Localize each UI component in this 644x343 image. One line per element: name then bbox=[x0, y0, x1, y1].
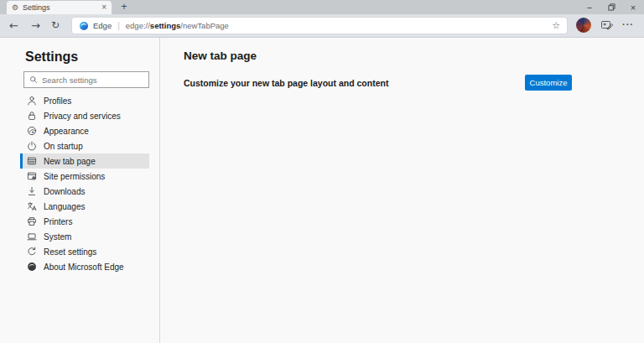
tab-close-icon[interactable]: × bbox=[101, 3, 106, 12]
sidebar-item-site-permissions[interactable]: Site permissions bbox=[20, 169, 149, 184]
search-settings-input[interactable] bbox=[42, 75, 143, 85]
restore-icon bbox=[608, 3, 615, 11]
customize-button[interactable]: Customize bbox=[525, 75, 572, 91]
settings-main-panel: New tab page Customize your new tab page… bbox=[160, 38, 644, 343]
power-icon bbox=[27, 141, 37, 151]
minimize-button[interactable]: – bbox=[579, 0, 600, 14]
sidebar-item-languages[interactable]: Languages bbox=[20, 199, 149, 214]
customize-setting-row: Customize your new tab page layout and c… bbox=[184, 75, 572, 91]
download-icon bbox=[27, 186, 37, 196]
newtab-icon bbox=[27, 156, 37, 166]
url-host: settings bbox=[150, 21, 180, 30]
search-settings-box[interactable] bbox=[23, 71, 149, 88]
browser-window: ⚙ Settings × + – × ← → ↻ bbox=[0, 0, 644, 343]
sidebar-item-downloads[interactable]: Downloads bbox=[20, 184, 149, 199]
navigation-toolbar: ← → ↻ Edge | edge://settings/newTabPage … bbox=[0, 14, 644, 38]
tab-title: Settings bbox=[23, 3, 101, 12]
setting-label: Customize your new tab page layout and c… bbox=[184, 78, 388, 88]
address-separator: | bbox=[117, 21, 120, 30]
page-title: New tab page bbox=[184, 49, 644, 63]
appearance-icon bbox=[27, 126, 37, 136]
languages-icon bbox=[27, 201, 37, 211]
restore-button[interactable] bbox=[600, 0, 622, 14]
sidebar-item-label: Appearance bbox=[44, 127, 89, 136]
edge-icon bbox=[27, 262, 37, 272]
settings-page: Settings ProfilesPrivacy and servicesApp… bbox=[0, 38, 644, 343]
selected-indicator bbox=[20, 153, 23, 169]
sidebar-item-privacy-and-services[interactable]: Privacy and services bbox=[20, 108, 149, 123]
sidebar-item-label: Languages bbox=[44, 202, 86, 211]
url-scheme: edge:// bbox=[126, 21, 150, 30]
sidebar-item-label: New tab page bbox=[44, 157, 96, 166]
site-label: Edge bbox=[93, 21, 112, 30]
reset-icon bbox=[27, 247, 37, 257]
sidebar-item-label: System bbox=[44, 232, 71, 242]
settings-and-more-button[interactable]: ··· bbox=[622, 14, 634, 37]
profile-avatar[interactable] bbox=[576, 18, 591, 33]
send-feedback-button[interactable] bbox=[600, 19, 614, 31]
new-tab-button[interactable]: + bbox=[117, 1, 131, 14]
sidebar-item-label: On startup bbox=[44, 142, 83, 151]
sidebar-item-about-microsoft-edge[interactable]: About Microsoft Edge bbox=[20, 259, 149, 274]
settings-nav: ProfilesPrivacy and servicesAppearanceOn… bbox=[0, 93, 159, 274]
gear-icon: ⚙ bbox=[12, 4, 18, 12]
sidebar-item-label: Site permissions bbox=[44, 172, 105, 181]
forward-button[interactable]: → bbox=[31, 14, 40, 37]
sidebar-item-system[interactable]: System bbox=[20, 229, 149, 244]
sidebar-item-label: Profiles bbox=[44, 96, 71, 106]
search-icon bbox=[29, 75, 38, 84]
sidebar-item-new-tab-page[interactable]: New tab page bbox=[20, 153, 149, 169]
sidebar-item-label: Downloads bbox=[44, 187, 85, 196]
refresh-button[interactable]: ↻ bbox=[51, 14, 60, 37]
send-feedback-icon bbox=[600, 19, 614, 31]
url-path: /newTabPage bbox=[180, 21, 229, 30]
edge-logo-icon bbox=[79, 21, 89, 31]
sidebar-title: Settings bbox=[25, 49, 159, 65]
person-icon bbox=[27, 96, 37, 106]
lock-icon bbox=[27, 111, 37, 121]
sidebar-item-appearance[interactable]: Appearance bbox=[20, 123, 149, 138]
sidebar-item-label: Printers bbox=[44, 217, 72, 226]
settings-sidebar: Settings ProfilesPrivacy and servicesApp… bbox=[0, 38, 160, 343]
sidebar-item-profiles[interactable]: Profiles bbox=[20, 93, 149, 108]
sidebar-item-reset-settings[interactable]: Reset settings bbox=[20, 244, 149, 259]
back-button[interactable]: ← bbox=[9, 14, 18, 37]
sidebar-item-on-startup[interactable]: On startup bbox=[20, 138, 149, 153]
sidebar-item-printers[interactable]: Printers bbox=[20, 214, 149, 229]
system-icon bbox=[27, 231, 37, 242]
permissions-icon bbox=[27, 171, 37, 181]
close-button[interactable]: × bbox=[622, 0, 644, 14]
browser-tab-settings[interactable]: ⚙ Settings × bbox=[7, 1, 112, 14]
favorite-star-icon[interactable]: ☆ bbox=[552, 20, 560, 31]
sidebar-item-label: Reset settings bbox=[44, 247, 96, 257]
title-bar: ⚙ Settings × + – × bbox=[0, 0, 644, 14]
address-bar[interactable]: Edge | edge://settings/newTabPage ☆ bbox=[71, 17, 568, 34]
window-controls: – × bbox=[579, 0, 644, 14]
sidebar-item-label: About Microsoft Edge bbox=[44, 262, 124, 272]
sidebar-item-label: Privacy and services bbox=[44, 112, 121, 121]
printer-icon bbox=[27, 216, 37, 226]
